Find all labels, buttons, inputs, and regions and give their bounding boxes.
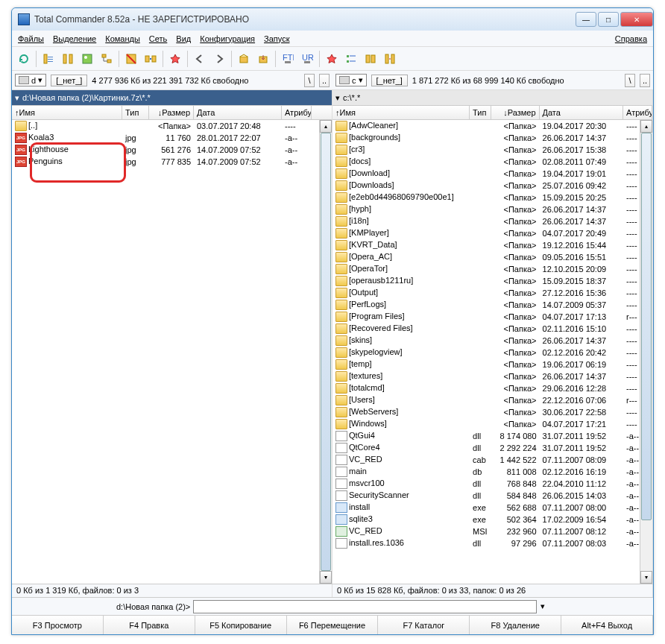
file-row[interactable]: [Opera_AC]<Папка>09.05.2016 15:51---- — [332, 251, 652, 263]
file-row[interactable]: [hyph]<Папка>26.06.2017 14:37---- — [332, 203, 652, 215]
drive-none-right[interactable]: [_нет_] — [371, 75, 408, 86]
scroll-down-icon[interactable] — [640, 571, 652, 584]
file-row[interactable]: [skypelogview]<Папка>02.12.2016 20:42---… — [332, 347, 652, 359]
column-header-attr[interactable]: Атрибу — [623, 106, 652, 119]
column-header-type[interactable]: Тип — [122, 106, 149, 119]
titlebar[interactable]: Total Commander 8.52a - НЕ ЗАРЕГИСТРИРОВ… — [12, 8, 653, 31]
file-row[interactable]: JPGKoala3jpg11 76028.01.2017 22:07-a-- — [12, 132, 332, 144]
column-header-name[interactable]: ↑Имя — [12, 106, 122, 119]
notepad-button[interactable] — [323, 50, 341, 68]
close-button[interactable]: ✕ — [620, 12, 653, 27]
ftp-button[interactable]: FTP — [279, 50, 297, 68]
file-row[interactable]: [textures]<Папка>26.06.2017 14:37---- — [332, 370, 652, 382]
file-row[interactable]: [KMPlayer]<Папка>04.07.2017 20:49---- — [332, 227, 652, 239]
file-row[interactable]: msvcr100dll768 84822.04.2010 11:12-a-- — [332, 478, 652, 490]
f7-mkdir-button[interactable]: F7 Каталог — [378, 616, 470, 634]
scroll-down-icon[interactable] — [320, 571, 332, 584]
file-row[interactable]: QtGui4dll8 174 08031.07.2011 19:52-a-- — [332, 430, 652, 442]
multi-rename-button[interactable] — [342, 50, 360, 68]
file-row[interactable]: [operausb1211ru]<Папка>15.09.2015 18:37-… — [332, 275, 652, 287]
menu-select[interactable]: Выделение — [53, 34, 96, 43]
path-right[interactable]: ▾c:\*.* — [332, 90, 652, 105]
swap-panels-button[interactable] — [142, 50, 160, 68]
column-header-type[interactable]: Тип — [470, 106, 491, 119]
file-row[interactable]: [temp]<Папка>19.06.2017 06:19---- — [332, 359, 652, 370]
file-row[interactable]: [skins]<Папка>26.06.2017 14:37---- — [332, 335, 652, 347]
menu-files[interactable]: Файлы — [18, 34, 44, 43]
file-row[interactable]: [cr3]<Папка>26.06.2017 15:38---- — [332, 144, 652, 156]
refresh-button[interactable] — [15, 50, 33, 68]
file-row[interactable]: [i18n]<Папка>26.06.2017 14:37---- — [332, 215, 652, 227]
view-brief-button[interactable] — [40, 50, 57, 68]
file-row[interactable]: [Windows]<Папка>04.07.2017 17:21---- — [332, 418, 652, 430]
file-row[interactable]: [backgrounds]<Папка>26.06.2017 14:37---- — [332, 132, 652, 144]
f6-move-button[interactable]: F6 Перемещение — [287, 616, 379, 634]
file-row[interactable]: JPGLighthousejpg561 27614.07.2009 07:52-… — [12, 144, 332, 156]
file-row[interactable]: sqlite3exe502 36417.02.2009 16:54-a-- — [332, 514, 652, 525]
column-header-attr[interactable]: Атрибу — [282, 106, 312, 119]
file-row[interactable]: [AdwCleaner]<Папка>19.04.2017 20:30---- — [332, 120, 652, 132]
file-row[interactable]: [e2eb0d44968069790e00e1]<Папка>15.09.201… — [332, 192, 652, 203]
scrollbar-left[interactable] — [319, 120, 332, 584]
filelist-left[interactable]: [..]<Папка>03.07.2017 20:48----JPGKoala3… — [12, 120, 332, 584]
cmd-history-icon[interactable]: ▾ — [537, 602, 549, 611]
root-button-left[interactable]: \ — [304, 74, 315, 87]
file-row[interactable]: [Downloads]<Папка>25.07.2016 09:42---- — [332, 180, 652, 192]
f5-copy-button[interactable]: F5 Копирование — [195, 616, 287, 634]
menu-help[interactable]: Справка — [615, 34, 647, 43]
invert-button[interactable] — [122, 50, 140, 68]
file-row[interactable]: [Users]<Папка>22.12.2016 07:06r--- — [332, 394, 652, 406]
f8-delete-button[interactable]: F8 Удаление — [470, 616, 561, 634]
unpack-button[interactable] — [254, 50, 272, 68]
column-header-size[interactable]: ↓Размер — [491, 106, 539, 119]
file-row[interactable]: maindb811 00802.12.2016 16:19-a-- — [332, 466, 652, 478]
drive-select-left[interactable]: d▾ — [15, 74, 46, 86]
column-header-name[interactable]: ↑Имя — [332, 106, 470, 119]
up-button-right[interactable]: .. — [640, 74, 650, 87]
file-row[interactable]: [docs]<Папка>02.08.2011 07:49---- — [332, 156, 652, 168]
file-row[interactable]: [Output]<Папка>27.12.2016 15:36---- — [332, 287, 652, 299]
sync-dirs-button[interactable] — [362, 50, 379, 68]
menu-commands[interactable]: Команды — [105, 34, 140, 43]
compare-button[interactable] — [381, 50, 399, 68]
column-header-size[interactable]: ↓Размер — [149, 106, 194, 119]
file-row[interactable]: [Program Files]<Папка>04.07.2017 17:13r-… — [332, 311, 652, 323]
back-button[interactable] — [191, 50, 209, 68]
column-header-date[interactable]: Дата — [194, 106, 282, 119]
forward-button[interactable] — [210, 50, 228, 68]
maximize-button[interactable]: □ — [598, 12, 619, 27]
altf4-exit-button[interactable]: Alt+F4 Выход — [561, 616, 653, 634]
f4-edit-button[interactable]: F4 Правка — [104, 616, 195, 634]
up-button-left[interactable]: .. — [319, 74, 330, 87]
view-thumbs-button[interactable] — [78, 50, 96, 68]
filelist-right[interactable]: [AdwCleaner]<Папка>19.04.2017 20:30----[… — [332, 120, 652, 584]
menu-start[interactable]: Запуск — [264, 34, 289, 43]
column-header-date[interactable]: Дата — [540, 106, 624, 119]
file-row[interactable]: installexe562 68807.11.2007 08:00-a-- — [332, 502, 652, 514]
search-button[interactable] — [166, 50, 184, 68]
file-row[interactable]: SecurityScannerdll584 84826.06.2015 14:0… — [332, 490, 652, 502]
file-row[interactable]: VC_REDMSI232 96007.11.2007 08:12-a-- — [332, 525, 652, 537]
pack-button[interactable] — [235, 50, 253, 68]
file-row[interactable]: [totalcmd]<Папка>29.06.2016 12:28---- — [332, 382, 652, 394]
scroll-up-icon[interactable] — [640, 120, 652, 133]
scroll-up-icon[interactable] — [320, 120, 332, 133]
menu-view[interactable]: Вид — [176, 34, 191, 43]
minimize-button[interactable]: — — [576, 12, 596, 27]
view-full-button[interactable] — [59, 50, 77, 68]
view-tree-button[interactable] — [98, 50, 116, 68]
file-row[interactable]: [Recovered Files]<Папка>02.11.2016 15:10… — [332, 323, 652, 335]
f3-view-button[interactable]: F3 Просмотр — [12, 616, 104, 634]
path-left[interactable]: ▾d:\Новая папка (2)\Картинки.7z\*.* — [12, 90, 332, 105]
scrollbar-right[interactable] — [640, 120, 652, 584]
drive-none-left[interactable]: [_нет_] — [51, 75, 87, 86]
file-row[interactable]: JPGPenguinsjpg777 83514.07.2009 07:52-a-… — [12, 156, 332, 168]
menu-net[interactable]: Сеть — [149, 34, 167, 43]
cmd-input[interactable] — [193, 600, 537, 613]
file-row[interactable]: install.res.1036dll97 29607.11.2007 08:0… — [332, 537, 652, 549]
root-button-right[interactable]: \ — [625, 74, 635, 87]
url-button[interactable]: URL — [298, 50, 316, 68]
file-row[interactable]: [WebServers]<Папка>30.06.2017 22:58---- — [332, 406, 652, 418]
menu-config[interactable]: Конфигурация — [200, 34, 255, 43]
drive-select-right[interactable]: c▾ — [335, 74, 367, 86]
